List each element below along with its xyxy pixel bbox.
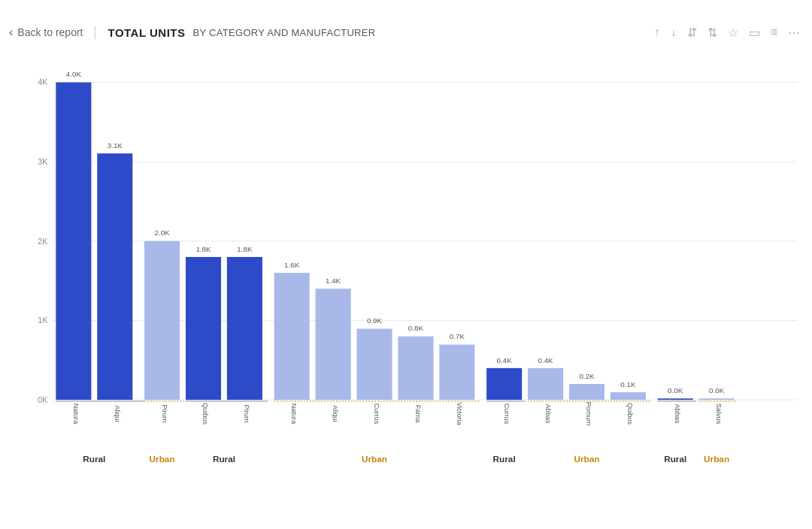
bar-natura-urban[interactable] [274,273,310,400]
more-icon[interactable]: ⋯ [788,26,800,40]
bar-value-11: 0.4K [497,356,513,364]
chart-container: 4K 3K 2K 1K 0K 4.0K Natura 3.1K Aliqui 2… [0,54,812,529]
bar-label-6: Natura [290,404,298,425]
bar-abbas-rural[interactable] [658,398,693,400]
bar-quibus-urban[interactable] [611,392,646,400]
cat-label-rural-2: Rural [213,455,235,464]
filter-icon[interactable]: ⇅ [707,26,717,40]
bar-victoria-urban[interactable] [439,345,474,400]
sort-both-icon[interactable]: ⇵ [687,26,697,40]
bar-value-15: 0.0K [668,386,683,394]
y-label-4k: 4K [38,79,47,87]
bar-currus-rural[interactable] [486,368,522,400]
header: ‹ Back to report TOTAL UNITS BY CATEGORY… [0,0,812,54]
bar-value-5: 1.8K [237,245,253,253]
bar-label-12: Abbas [544,404,552,423]
bar-label-4: Quibus [201,403,210,425]
cat-label-urban-1: Urban [150,455,175,464]
title-section: TOTAL UNITS BY CATEGORY AND MANUFACTURER [95,26,375,39]
bar-label-15: Abbas [674,404,682,423]
cat-label-rural-3: Rural [493,455,516,464]
bar-value-14: 0.1K [620,380,636,388]
y-label-0k: 0K [38,396,47,404]
bar-value-12: 0.4K [538,356,553,364]
bar-value-8: 0.9K [367,316,383,325]
bar-label-16: Salvus [715,404,723,425]
bar-value-13: 0.2K [579,372,595,380]
bar-label-13: Pomum [585,402,593,426]
bar-value-9: 0.8K [408,325,424,333]
bar-label-3: Pirum [160,405,168,423]
cat-label-rural-4: Rural [664,455,686,464]
bar-salvus-urban[interactable] [699,398,735,400]
chevron-left-icon: ‹ [9,26,13,39]
bar-value-3: 2.0K [154,229,170,237]
bar-value-1: 4.0K [66,71,82,79]
bar-label-8: Currus [373,404,381,425]
bar-label-9: Fama [414,405,423,423]
bar-label-1: Natura [72,404,80,425]
bar-aliqui-urban[interactable] [316,289,351,400]
cat-label-urban-4: Urban [704,455,729,464]
toolbar-icons: ↑ ↓ ⇵ ⇅ ☆ ▭ ≡ ⋯ [654,26,800,40]
cat-label-urban-2: Urban [362,455,387,464]
y-label-1k: 1K [38,316,47,325]
bar-label-10: Victoria [456,402,464,425]
bar-aliqui-rural[interactable] [97,153,132,400]
y-label-2k: 2K [38,237,47,246]
back-label: Back to report [17,26,83,38]
bar-label-7: Aliqui [332,405,340,422]
bar-currus-urban[interactable] [356,329,392,401]
bar-pomum-urban[interactable] [569,384,604,400]
cat-label-rural-1: Rural [83,455,105,464]
bar-fama-urban[interactable] [398,337,433,401]
sort-asc-icon[interactable]: ↑ [654,26,660,39]
bar-chart: 4K 3K 2K 1K 0K 4.0K Natura 3.1K Aliqui 2… [30,62,797,469]
bar-label-14: Quibus [626,403,635,425]
bar-value-16: 0.0K [709,386,725,394]
main-title: TOTAL UNITS [108,26,185,39]
y-label-3k: 3K [38,158,47,166]
bar-pirum-urban[interactable] [144,241,180,400]
bar-label-5: Pirum [243,405,251,423]
bar-value-2: 3.1K [108,141,123,150]
back-button[interactable]: ‹ Back to report [9,26,95,39]
bookmark-icon[interactable]: ☆ [728,26,738,40]
bar-value-4: 1.8K [195,245,211,253]
bar-abbas-urban[interactable] [528,368,563,400]
bar-pirum-rural[interactable] [227,257,262,400]
menu-icon[interactable]: ≡ [771,26,777,39]
bar-value-7: 1.4K [326,277,341,285]
subtitle: BY CATEGORY AND MANUFACTURER [192,27,375,38]
bar-label-11: Currus [503,404,511,425]
bar-natura-rural[interactable] [56,83,91,401]
bar-label-2: Aliqui [114,405,122,422]
bar-quibus-rural[interactable] [186,257,221,400]
bar-value-10: 0.7K [450,333,465,341]
bar-value-6: 1.6K [284,261,300,269]
copy-icon[interactable]: ▭ [749,26,760,40]
cat-label-urban-3: Urban [574,455,599,464]
header-left: ‹ Back to report TOTAL UNITS BY CATEGORY… [9,26,375,39]
sort-desc-icon[interactable]: ↓ [671,26,677,39]
